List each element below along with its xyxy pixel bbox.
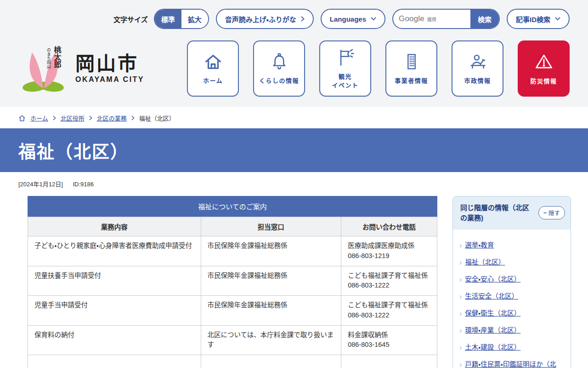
flag-icon xyxy=(335,47,356,68)
person-desk-icon xyxy=(468,52,488,72)
cell-phone: 料金課収納係 086-803-1645 xyxy=(341,325,437,355)
site-search-input[interactable]: Google 提供 xyxy=(393,10,470,28)
breadcrumb-kitaku-works-link[interactable]: 北区の業務 xyxy=(97,114,127,122)
svg-text:のまち岡山: のまち岡山 xyxy=(46,48,51,69)
chevron-right-icon: › xyxy=(459,293,462,301)
sidebar-item-environment-industry[interactable]: 環境・産業（北区） xyxy=(465,326,520,335)
cell-task: 児童扶養手当申請受付 xyxy=(28,266,201,296)
table-row: 子ども・ひとり親家庭・心身障害者医療費助成申請受付 市民保険年金課福祉総務係 医… xyxy=(28,236,437,266)
city-logo[interactable]: 桃太郎 のまち岡山 岡山市 OKAYAMA CITY xyxy=(18,44,144,93)
search-button[interactable]: 検索 xyxy=(470,10,499,28)
table-row: 保育料の納付 北区については、本庁料金課で取り扱います 料金課収納係 086-8… xyxy=(28,325,437,355)
article-meta: [2024年1月12日] ID:9186 xyxy=(18,179,588,188)
column-header-task: 業務内容 xyxy=(28,217,201,236)
sidebar-item-life-safety[interactable]: 生活安全（北区） xyxy=(465,292,518,301)
sidebar-link-list: › 選挙・教育 › 福祉（北区） › 安全・安心（北区） › 生活安全（北区） … xyxy=(453,230,571,368)
cell-phone: 医療助成課医療助成係 086-803-1219 xyxy=(341,236,437,266)
column-header-phone: お問い合わせ電話 xyxy=(341,217,437,236)
chevron-right-icon xyxy=(131,115,135,121)
speech-furigana-button[interactable]: 音声読み上げ・ふりがな xyxy=(216,9,314,29)
breadcrumb-current: 福祉（北区） xyxy=(139,114,175,122)
cell-phone: こども福祉課子育て福祉係 086-803-1222 xyxy=(341,266,437,296)
languages-button[interactable]: Languages xyxy=(321,9,385,29)
chevron-right-icon: › xyxy=(459,344,462,352)
main-content: [2024年1月12日] ID:9186 福祉についてのご案内 業務内容 担当窓… xyxy=(0,172,588,368)
chevron-down-icon xyxy=(555,17,560,21)
breadcrumb-home-link[interactable]: ホーム xyxy=(30,114,48,122)
chevron-right-icon: › xyxy=(459,327,462,335)
chevron-right-icon: › xyxy=(459,259,462,267)
cell-task: 子ども・ひとり親家庭・心身障害者医療費助成申請受付 xyxy=(28,236,201,266)
site-search: Google 提供 検索 xyxy=(392,9,500,29)
home-icon xyxy=(18,115,26,122)
list-item: › 生活安全（北区） xyxy=(459,292,564,301)
global-nav: ホーム くらしの情報 観光 イベント xyxy=(187,40,570,97)
table-row: 児童扶養手当申請受付 市民保険年金課福祉総務係 こども福祉課子育て福祉係 086… xyxy=(28,266,437,296)
font-size-standard-button[interactable]: 標準 xyxy=(155,10,181,28)
chevron-right-icon: › xyxy=(459,276,462,284)
sidebar-item-election-education[interactable]: 選挙・教育 xyxy=(465,241,494,250)
list-item: › 選挙・教育 xyxy=(459,241,564,250)
sidebar-item-safety-security[interactable]: 安全・安心（北区） xyxy=(465,275,520,284)
list-item: › 環境・産業（北区） xyxy=(459,326,564,335)
font-size-label: 文字サイズ xyxy=(113,14,148,24)
minus-icon: − xyxy=(543,210,547,216)
utility-bar: 文字サイズ 標準 拡大 音声読み上げ・ふりがな Languages Google… xyxy=(18,8,570,29)
list-item: › 保健・衛生（北区） xyxy=(459,309,564,318)
same-level-info-sidebar: 同じ階層の情報（北区の業務) − 隠す › 選挙・教育 › 福祉（北区） › 安… xyxy=(452,196,571,368)
table-caption: 福祉についてのご案内 xyxy=(28,196,437,217)
font-size-large-button[interactable]: 拡大 xyxy=(181,10,208,28)
building-icon xyxy=(401,52,422,72)
nav-tourism-events-button[interactable]: 観光 イベント xyxy=(319,40,371,97)
breadcrumb-kitaku-office-link[interactable]: 北区役所 xyxy=(61,114,85,122)
cell-task: 児童手当申請受付 xyxy=(28,296,201,326)
list-item: › 安全・安心（北区） xyxy=(459,275,564,284)
nav-business-info-button[interactable]: 事業者情報 xyxy=(385,40,437,97)
article-id-search-button[interactable]: 記事ID検索 xyxy=(507,9,570,29)
peach-logo-icon: 桃太郎 のまち岡山 xyxy=(18,44,69,93)
breadcrumb: ホーム 北区役所 北区の業務 福祉（北区） xyxy=(0,107,588,128)
cell-desk: 市民保険年金課福祉総務係 xyxy=(201,236,341,266)
svg-text:桃太郎: 桃太郎 xyxy=(53,46,62,69)
sidebar-item-health-hygiene[interactable]: 保健・衛生（北区） xyxy=(465,309,520,318)
sidebar-item-civil-construction[interactable]: 土木・建設（北区） xyxy=(465,343,520,352)
sidebar-item-welfare[interactable]: 福祉（北区） xyxy=(465,258,505,267)
chevron-right-icon: › xyxy=(459,310,462,318)
cell-desk: 市民保険年金課福祉総務係 xyxy=(201,296,341,326)
hide-sidebar-button[interactable]: − 隠す xyxy=(538,206,565,219)
nav-living-info-button[interactable]: くらしの情報 xyxy=(253,40,305,97)
chevron-right-icon: › xyxy=(459,361,462,368)
site-header: 文字サイズ 標準 拡大 音声読み上げ・ふりがな Languages Google… xyxy=(0,0,588,107)
bell-icon xyxy=(269,52,289,72)
publish-date: [2024年1月12日] xyxy=(18,181,63,188)
sidebar-item-family-register[interactable]: 戸籍・住民票・印鑑証明ほか（北区） xyxy=(465,360,564,368)
table-header-row: 業務内容 担当窓口 お問い合わせ電話 xyxy=(28,217,437,236)
city-name-en: OKAYAMA CITY xyxy=(75,75,144,84)
column-header-desk: 担当窓口 xyxy=(201,217,341,236)
table-row: 児童手当申請受付 市民保険年金課福祉総務係 こども福祉課子育て福祉係 086-8… xyxy=(28,296,437,326)
list-item: › 土木・建設（北区） xyxy=(459,343,564,352)
page-title-band: 福祉（北区） xyxy=(0,128,588,172)
chevron-down-icon xyxy=(371,17,376,21)
google-logo: Google xyxy=(399,14,424,23)
list-item: › 福祉（北区） xyxy=(459,258,564,267)
chevron-right-icon xyxy=(301,16,305,22)
chevron-right-icon xyxy=(53,115,56,121)
cell-phone xyxy=(341,355,437,368)
sidebar-title: 同じ階層の情報（北区の業務) xyxy=(460,203,535,223)
font-size-toggle: 標準 拡大 xyxy=(154,9,209,29)
nav-home-button[interactable]: ホーム xyxy=(187,40,239,97)
cell-desk xyxy=(201,355,341,368)
cell-desk: 北区については、本庁料金課で取り扱います xyxy=(201,325,341,355)
cell-task: 保育料の納付 xyxy=(28,325,201,355)
home-icon xyxy=(203,52,223,72)
nav-disaster-info-button[interactable]: 防災情報 xyxy=(518,40,570,97)
sidebar-header: 同じ階層の情報（北区の業務) − 隠す xyxy=(453,196,571,230)
page-title: 福祉（北区） xyxy=(18,138,129,163)
table-row xyxy=(28,355,437,368)
nav-city-gov-info-button[interactable]: 市政情報 xyxy=(452,40,503,97)
chevron-right-icon xyxy=(89,115,92,121)
cell-phone: こども福祉課子育て福祉係 086-803-1222 xyxy=(341,296,437,326)
cell-task xyxy=(28,355,201,368)
chevron-right-icon: › xyxy=(459,242,462,250)
